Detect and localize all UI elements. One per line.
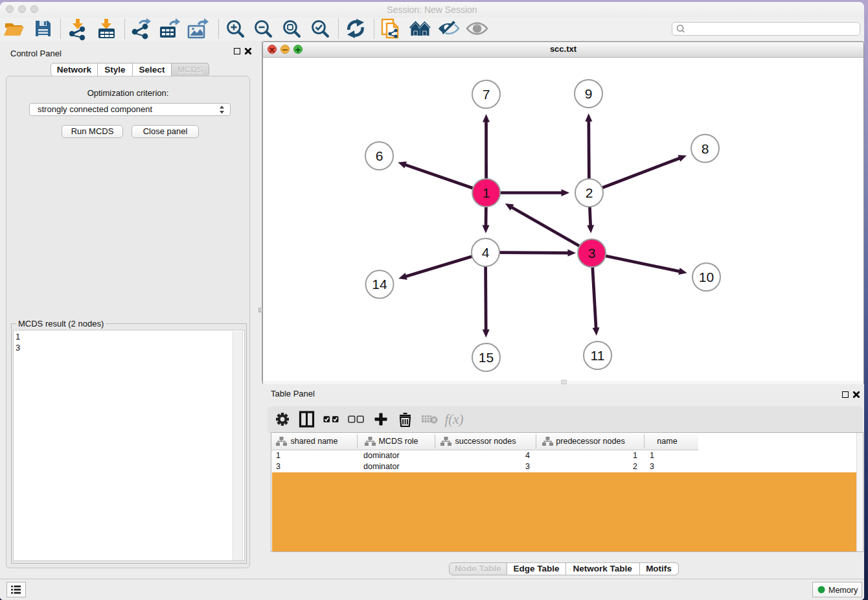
svg-text:4: 4 bbox=[482, 245, 490, 260]
svg-text:Memory: Memory bbox=[828, 586, 858, 595]
svg-text:8: 8 bbox=[702, 141, 709, 156]
svg-text:10: 10 bbox=[699, 270, 714, 284]
svg-text:9: 9 bbox=[585, 86, 593, 101]
svg-text:7: 7 bbox=[483, 87, 490, 102]
svg-text:15: 15 bbox=[479, 350, 494, 365]
svg-text:2: 2 bbox=[586, 185, 593, 200]
svg-text:3: 3 bbox=[588, 246, 596, 260]
svg-text:11: 11 bbox=[591, 348, 605, 363]
svg-text:1: 1 bbox=[483, 185, 490, 200]
svg-text:f(x): f(x) bbox=[444, 411, 463, 427]
svg-text:6: 6 bbox=[376, 148, 383, 163]
svg-text:14: 14 bbox=[372, 277, 387, 292]
